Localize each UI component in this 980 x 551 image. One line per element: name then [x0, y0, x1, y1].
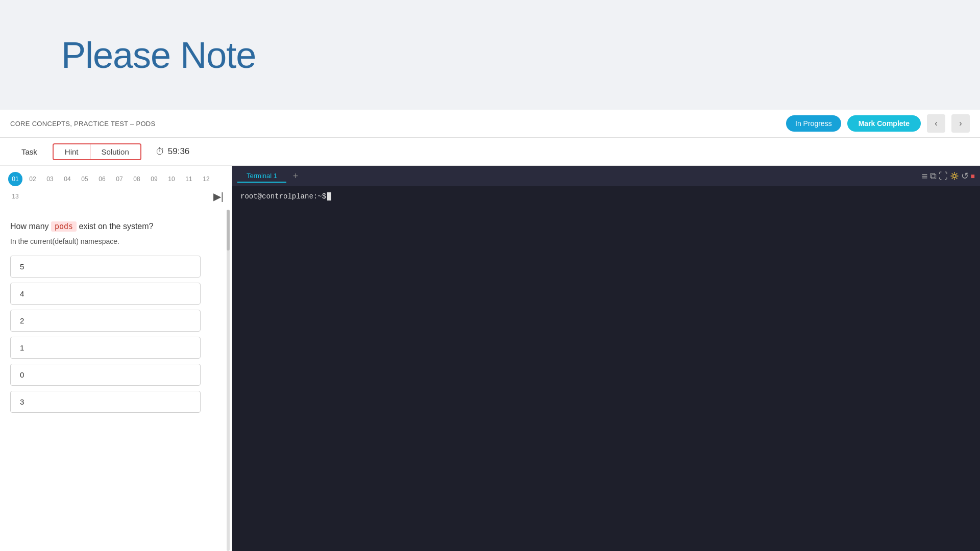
- top-banner: Please Note: [0, 0, 980, 110]
- terminal-revert-icon[interactable]: ↺: [961, 170, 969, 182]
- answer-option-1[interactable]: 1: [10, 337, 201, 359]
- question-text-before: How many: [10, 222, 51, 231]
- left-panel: 01 02 03 04 05 06 07 08 09 10 11 12 13 ▶…: [0, 166, 232, 551]
- step-02[interactable]: 02: [26, 172, 40, 186]
- terminal-cursor: [327, 192, 331, 201]
- mark-complete-button[interactable]: Mark Complete: [847, 115, 921, 132]
- nav-bar: CORE CONCEPTS, PRACTICE TEST – PODS In P…: [0, 110, 980, 138]
- step-07[interactable]: 07: [112, 172, 127, 186]
- terminal-tabs-bar: Terminal 1 + ≡ ⧉ ⛶: [232, 166, 980, 186]
- terminal-prompt: root@controlplane:~$: [240, 192, 972, 201]
- step-05[interactable]: 05: [78, 172, 92, 186]
- question-area: How many pods exist on the system? In th…: [0, 210, 232, 551]
- nav-left: CORE CONCEPTS, PRACTICE TEST – PODS: [10, 120, 156, 128]
- question-text-after: exist on the system?: [77, 222, 153, 231]
- content-split: 01 02 03 04 05 06 07 08 09 10 11 12 13 ▶…: [0, 166, 980, 551]
- scroll-thumb: [227, 210, 230, 251]
- answer-option-0[interactable]: 0: [10, 364, 201, 386]
- terminal-stop-icon[interactable]: ■: [971, 172, 975, 180]
- page-title: Please Note: [61, 34, 256, 76]
- terminal-settings-icon[interactable]: [950, 171, 959, 181]
- terminal-content[interactable]: root@controlplane:~$: [232, 186, 980, 551]
- step-08[interactable]: 08: [130, 172, 144, 186]
- svg-line-7: [951, 178, 952, 179]
- terminal-prompt-text: root@controlplane:~$: [240, 192, 326, 201]
- skip-to-end-button[interactable]: ▶|: [213, 190, 224, 203]
- scroll-indicator: [227, 210, 230, 551]
- timer-display: 59:36: [168, 146, 190, 157]
- step-11[interactable]: 11: [182, 172, 196, 186]
- terminal-menu-icon[interactable]: ≡: [922, 170, 928, 182]
- step-12[interactable]: 12: [199, 172, 213, 186]
- nav-right: In Progress Mark Complete ‹ ›: [786, 114, 970, 133]
- terminal-popout-icon[interactable]: ⧉: [930, 171, 937, 182]
- step-numbers-row: 01 02 03 04 05 06 07 08 09 10 11 12 13 ▶…: [0, 166, 232, 210]
- breadcrumb: CORE CONCEPTS, PRACTICE TEST – PODS: [10, 120, 156, 128]
- add-terminal-button[interactable]: +: [288, 169, 303, 183]
- answer-option-2[interactable]: 2: [10, 310, 201, 332]
- step-10[interactable]: 10: [164, 172, 179, 186]
- tab-hint[interactable]: Hint: [54, 144, 90, 159]
- svg-line-6: [956, 178, 957, 179]
- svg-line-8: [956, 173, 957, 174]
- step-06[interactable]: 06: [95, 172, 109, 186]
- answer-option-3[interactable]: 3: [10, 391, 201, 413]
- step-09[interactable]: 09: [147, 172, 161, 186]
- prev-button[interactable]: ‹: [927, 114, 945, 133]
- step-03[interactable]: 03: [43, 172, 57, 186]
- step-04[interactable]: 04: [60, 172, 75, 186]
- timer-area: ⏱ 59:36: [156, 146, 190, 157]
- pods-highlight: pods: [51, 221, 77, 232]
- right-panel: Terminal 1 + ≡ ⧉ ⛶: [232, 166, 980, 551]
- hint-solution-group: Hint Solution: [53, 143, 141, 160]
- main-area: CORE CONCEPTS, PRACTICE TEST – PODS In P…: [0, 110, 980, 551]
- timer-icon: ⏱: [156, 146, 165, 157]
- tab-task[interactable]: Task: [10, 144, 48, 159]
- terminal-fullscreen-icon[interactable]: ⛶: [939, 171, 948, 182]
- answer-option-4[interactable]: 4: [10, 283, 201, 305]
- question-text: How many pods exist on the system?: [10, 220, 222, 233]
- tabs-row: Task Hint Solution ⏱ 59:36: [0, 138, 980, 166]
- answer-option-5[interactable]: 5: [10, 256, 201, 278]
- question-sub-text: In the current(default) namespace.: [10, 237, 222, 245]
- step-13[interactable]: 13: [8, 189, 22, 204]
- next-button[interactable]: ›: [951, 114, 970, 133]
- svg-line-5: [951, 173, 952, 174]
- terminal-tab-1[interactable]: Terminal 1: [237, 170, 286, 183]
- tab-solution[interactable]: Solution: [90, 144, 140, 159]
- step-01[interactable]: 01: [8, 172, 22, 186]
- in-progress-badge[interactable]: In Progress: [786, 115, 841, 132]
- svg-point-0: [953, 174, 956, 178]
